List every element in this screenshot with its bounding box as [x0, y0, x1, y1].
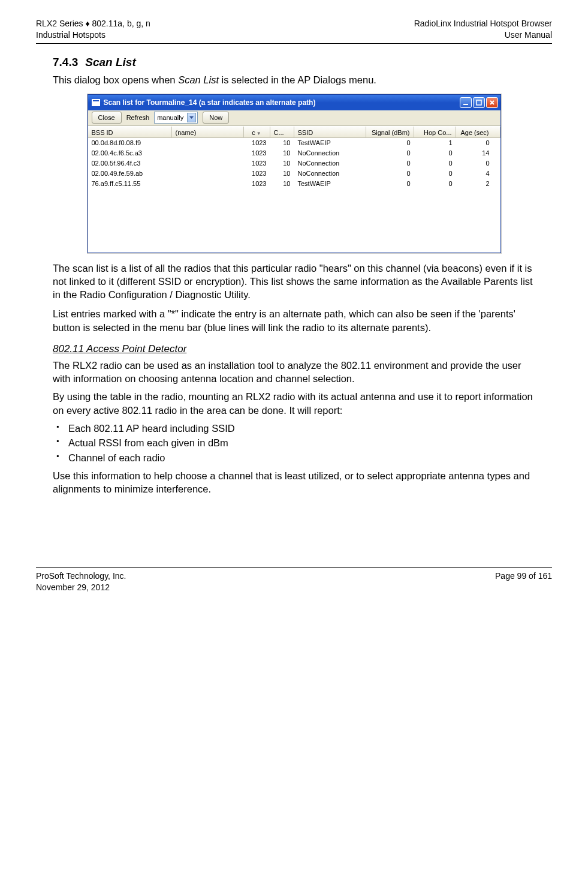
table-row[interactable]: 02.00.5f.96.4f.c3102310NoConnection000: [88, 158, 500, 169]
col-hop[interactable]: Hop Co...: [414, 127, 456, 137]
intro-post: is selected in the AP Dialogs menu.: [219, 74, 376, 85]
minimize-button[interactable]: [460, 97, 472, 108]
refresh-select[interactable]: manually: [154, 112, 198, 124]
col-c-label: c: [252, 129, 255, 136]
section-number: 7.4.3: [53, 56, 78, 68]
cell: 0: [414, 169, 456, 178]
header-rule: [36, 43, 552, 44]
cell: 0: [366, 149, 414, 158]
refresh-select-value: manually: [157, 113, 183, 122]
cell: NoConnection: [294, 169, 366, 178]
page-footer: ProSoft Technology, Inc. November 29, 20…: [36, 567, 552, 593]
cell: 4: [456, 169, 500, 178]
cell: 0: [414, 159, 456, 168]
col-c2[interactable]: C...: [270, 127, 294, 137]
cell: 02.00.49.fe.59.ab: [88, 169, 172, 178]
page-header: RLX2 Series ♦ 802.11a, b, g, n Industria…: [36, 18, 552, 41]
header-right-2: User Manual: [414, 29, 552, 41]
section-heading: 7.4.3Scan List: [53, 55, 535, 70]
table-row[interactable]: 76.a9.ff.c5.11.55102310TestWAEIP002: [88, 179, 500, 189]
cell: 76.a9.ff.c5.11.55: [88, 179, 172, 188]
cell: 10: [270, 139, 294, 148]
table-row[interactable]: 02.00.4c.f6.5c.a3102310NoConnection0014: [88, 148, 500, 158]
table-row[interactable]: 00.0d.8d.f0.08.f9102310TestWAEIP010: [88, 138, 500, 148]
col-bss[interactable]: BSS ID: [88, 127, 172, 137]
chevron-down-icon: [187, 113, 196, 122]
window-titlebar[interactable]: Scan list for Tourmaline_14 (a star indi…: [88, 95, 500, 110]
footer-left-2: November 29, 2012: [36, 582, 126, 593]
cell: 0: [414, 179, 456, 188]
intro-paragraph: This dialog box opens when Scan List is …: [53, 73, 535, 86]
footer-left-1: ProSoft Technology, Inc.: [36, 570, 126, 582]
paragraph-star-note: List entries marked with a "*" indicate …: [53, 307, 535, 334]
paragraph-scan-list-desc: The scan list is a list of all the radio…: [53, 262, 535, 302]
bullet-list: Each 802.11 AP heard including SSIDActua…: [53, 422, 535, 464]
table-row[interactable]: 02.00.49.fe.59.ab102310NoConnection004: [88, 169, 500, 179]
cell: 00.0d.8d.f0.08.f9: [88, 139, 172, 148]
svg-rect-1: [477, 100, 481, 105]
list-item: Actual RSSI from each given in dBm: [53, 436, 535, 449]
cell: 14: [456, 149, 500, 158]
cell: 10: [270, 179, 294, 188]
header-left-1: RLX2 Series ♦ 802.11a, b, g, n: [36, 18, 150, 29]
header-right-1: RadioLinx Industrial Hotspot Browser: [414, 18, 552, 29]
maximize-button[interactable]: [473, 97, 485, 108]
section-title: Scan List: [85, 56, 135, 68]
svg-marker-4: [189, 116, 194, 119]
cell: NoConnection: [294, 149, 366, 158]
cell: 0: [366, 179, 414, 188]
scan-list-window: Scan list for Tourmaline_14 (a star indi…: [88, 94, 501, 253]
window-buttons: [460, 97, 498, 108]
subheading-ap-detector: 802.11 Access Point Detector: [53, 343, 535, 356]
footer-right-1: Page 99 of 161: [495, 570, 552, 582]
intro-em: Scan List: [178, 74, 219, 85]
cell: 1023: [244, 139, 270, 148]
cell: 10: [270, 169, 294, 178]
cell: 0: [456, 159, 500, 168]
window-toolbar: Close Refresh manually Now: [88, 110, 500, 126]
now-button[interactable]: Now: [203, 112, 229, 124]
col-name[interactable]: (name): [172, 127, 244, 137]
col-ssid[interactable]: SSID: [294, 127, 366, 137]
col-signal[interactable]: Signal (dBm): [366, 127, 414, 137]
close-icon: [489, 100, 495, 106]
footer-rule: [36, 567, 552, 568]
refresh-label: Refresh: [126, 113, 150, 122]
cell: 10: [270, 159, 294, 168]
screenshot-container: Scan list for Tourmaline_14 (a star indi…: [53, 94, 535, 253]
cell: 02.00.5f.96.4f.c3: [88, 159, 172, 168]
minimize-icon: [463, 100, 469, 106]
cell: 02.00.4c.f6.5c.a3: [88, 149, 172, 158]
paragraph-ap-detector-2: By using the table in the radio, mountin…: [53, 390, 535, 417]
intro-pre: This dialog box opens when: [53, 74, 178, 85]
sort-desc-icon: ▼: [257, 131, 261, 136]
maximize-icon: [476, 100, 482, 106]
grid-body[interactable]: 00.0d.8d.f0.08.f9102310TestWAEIP01002.00…: [88, 138, 500, 253]
cell: NoConnection: [294, 159, 366, 168]
paragraph-ap-detector-1: The RLX2 radio can be used as an install…: [53, 359, 535, 386]
col-c[interactable]: c▼: [244, 127, 270, 137]
header-left-2: Industrial Hotspots: [36, 29, 150, 41]
cell: TestWAEIP: [294, 139, 366, 148]
cell: 0: [456, 139, 500, 148]
cell: 0: [414, 149, 456, 158]
col-age[interactable]: Age (sec): [456, 127, 500, 137]
cell: 1: [414, 139, 456, 148]
paragraph-ap-detector-3: Use this information to help choose a ch…: [53, 469, 535, 496]
cell: 0: [366, 159, 414, 168]
window-icon: [92, 99, 100, 106]
list-item: Channel of each radio: [53, 451, 535, 464]
close-window-button[interactable]: [486, 97, 498, 108]
page-content: 7.4.3Scan List This dialog box opens whe…: [36, 55, 552, 496]
svg-rect-0: [463, 104, 468, 105]
list-item: Each 802.11 AP heard including SSID: [53, 422, 535, 435]
cell: 1023: [244, 169, 270, 178]
cell: 2: [456, 179, 500, 188]
cell: TestWAEIP: [294, 179, 366, 188]
cell: 1023: [244, 179, 270, 188]
cell: 0: [366, 169, 414, 178]
close-button[interactable]: Close: [92, 112, 122, 124]
cell: 1023: [244, 159, 270, 168]
window-title: Scan list for Tourmaline_14 (a star indi…: [104, 98, 460, 107]
cell: 10: [270, 149, 294, 158]
